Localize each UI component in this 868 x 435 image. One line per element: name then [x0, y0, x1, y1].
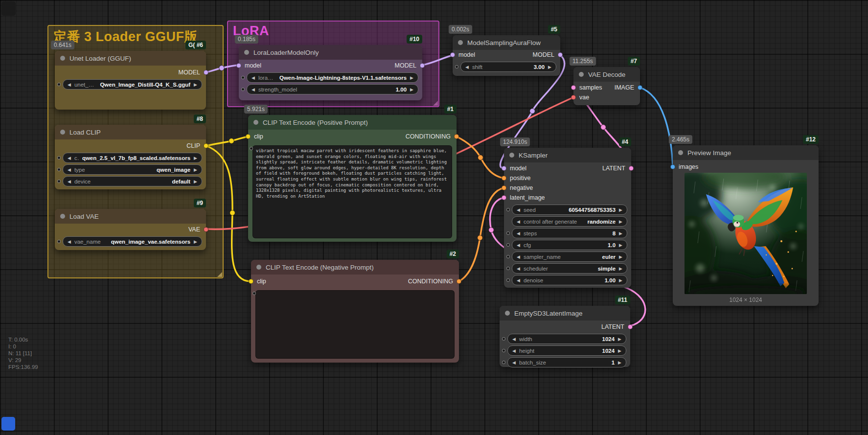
- widget-denoise[interactable]: ◀ denoise 1.00 ▶: [506, 275, 627, 285]
- widget-socket-icon[interactable]: [502, 361, 505, 364]
- widget-control-after-generate[interactable]: ◀ control after generate randomize ▶: [506, 217, 627, 226]
- widget-strength-model[interactable]: ◀ strength_model 1.00 ▶: [241, 85, 418, 94]
- right-arrow-icon[interactable]: ▶: [410, 87, 413, 92]
- widget-height[interactable]: ◀ height 1024 ▶: [502, 346, 626, 355]
- vae-input-port[interactable]: [571, 95, 576, 100]
- left-arrow-icon[interactable]: ◀: [517, 278, 520, 283]
- vae-output-port[interactable]: [204, 227, 208, 232]
- node-header[interactable]: VAE Decode: [573, 67, 640, 82]
- node-header[interactable]: EmptySD3LatentImage: [500, 306, 630, 321]
- clip-input-port[interactable]: [249, 279, 253, 284]
- widget-clip-name[interactable]: ◀ cli ... qwen_2.5_vl_7b_fp8_scaled.safe…: [57, 153, 202, 162]
- samples-input-port[interactable]: [571, 85, 576, 90]
- node-lora-loader[interactable]: 0.185s #10 LoraLoaderModelOnly model MOD…: [239, 45, 422, 100]
- collapse-dot-icon[interactable]: [60, 130, 65, 135]
- node-clip-text-encode-positive[interactable]: 5.921s #1 CLIP Text Encode (Positive Pro…: [248, 115, 457, 242]
- widget-socket-icon[interactable]: [506, 255, 510, 258]
- widget-seed[interactable]: ◀ seed 605447568753353 ▶: [506, 205, 627, 214]
- images-input-port[interactable]: [670, 164, 675, 169]
- collapse-dot-icon[interactable]: [579, 72, 584, 77]
- widget-socket-icon[interactable]: [57, 156, 61, 160]
- node-load-vae[interactable]: #9 Load VAE VAE ◀ vae_name qwen_image_va…: [55, 209, 206, 250]
- right-arrow-icon[interactable]: ▶: [618, 337, 621, 342]
- collapse-dot-icon[interactable]: [60, 56, 65, 61]
- widget-width[interactable]: ◀ width 1024 ▶: [502, 334, 626, 343]
- app-logo-button[interactable]: [1, 417, 15, 431]
- widget-socket-icon[interactable]: [57, 240, 61, 243]
- widget-type[interactable]: ◀ type qwen_image ▶: [57, 165, 202, 174]
- right-arrow-icon[interactable]: ▶: [619, 207, 622, 212]
- left-arrow-icon[interactable]: ◀: [251, 87, 255, 92]
- widget-socket-icon[interactable]: [241, 88, 245, 91]
- group-resize-handle[interactable]: [217, 272, 222, 277]
- model-output-port[interactable]: [558, 52, 563, 57]
- widget-socket-icon[interactable]: [57, 168, 61, 171]
- node-header[interactable]: KSampler: [504, 148, 631, 162]
- widget-socket-icon[interactable]: [506, 278, 510, 282]
- widget-vae-name[interactable]: ◀ vae_name qwen_image_vae.safetensors ▶: [57, 237, 202, 246]
- collapse-dot-icon[interactable]: [253, 120, 258, 125]
- widget-lora-name[interactable]: ◀ lora_ ... Qwen-Image-Lightning-8steps-…: [241, 73, 418, 82]
- node-clip-text-encode-negative[interactable]: #2 CLIP Text Encode (Negative Prompt) cl…: [251, 260, 459, 363]
- node-header[interactable]: CLIP Text Encode (Positive Prompt): [248, 115, 457, 130]
- left-arrow-icon[interactable]: ◀: [517, 219, 520, 224]
- left-arrow-icon[interactable]: ◀: [251, 75, 255, 80]
- left-arrow-icon[interactable]: ◀: [512, 360, 516, 365]
- collapse-dot-icon[interactable]: [678, 150, 683, 155]
- widget-steps[interactable]: ◀ steps 8 ▶: [506, 229, 627, 238]
- right-arrow-icon[interactable]: ▶: [194, 167, 197, 172]
- node-header[interactable]: ModelSamplingAuraFlow: [453, 35, 560, 50]
- left-arrow-icon[interactable]: ◀: [512, 348, 516, 353]
- widget-socket-icon[interactable]: [241, 76, 245, 79]
- positive-input-port[interactable]: [502, 176, 506, 181]
- node-load-clip[interactable]: #8 Load CLIP CLIP ◀ cli ... qwen_2.5_vl_…: [55, 125, 206, 189]
- node-header[interactable]: Load CLIP: [55, 125, 206, 139]
- right-arrow-icon[interactable]: ▶: [619, 231, 622, 236]
- collapse-dot-icon[interactable]: [256, 265, 261, 270]
- widget-scheduler[interactable]: ◀ scheduler simple ▶: [506, 264, 627, 273]
- left-arrow-icon[interactable]: ◀: [68, 156, 71, 160]
- clip-input-port[interactable]: [246, 134, 251, 139]
- model-input-port[interactable]: [450, 52, 455, 57]
- widget-socket-icon[interactable]: [506, 267, 510, 270]
- right-arrow-icon[interactable]: ▶: [619, 266, 622, 271]
- widget-socket-icon[interactable]: [506, 231, 510, 235]
- model-output-port[interactable]: [420, 63, 425, 68]
- widget-socket-icon[interactable]: [502, 337, 505, 341]
- right-arrow-icon[interactable]: ▶: [619, 278, 622, 283]
- text-widget-socket-icon[interactable]: [252, 292, 256, 295]
- right-arrow-icon[interactable]: ▶: [619, 219, 622, 224]
- right-arrow-icon[interactable]: ▶: [618, 348, 621, 353]
- model-input-port[interactable]: [502, 166, 506, 171]
- node-header[interactable]: Load VAE: [55, 209, 206, 224]
- left-arrow-icon[interactable]: ◀: [68, 239, 71, 244]
- collapse-dot-icon[interactable]: [60, 214, 65, 219]
- left-arrow-icon[interactable]: ◀: [68, 179, 71, 184]
- right-arrow-icon[interactable]: ▶: [194, 239, 197, 244]
- collapse-dot-icon[interactable]: [458, 40, 463, 45]
- widget-sampler-name[interactable]: ◀ sampler_name euler ▶: [506, 252, 627, 261]
- text-widget-socket-icon[interactable]: [250, 147, 253, 150]
- node-header[interactable]: Unet Loader (GGUF): [55, 51, 206, 66]
- latent-image-input-port[interactable]: [502, 195, 506, 200]
- widget-shift[interactable]: ◀ shift 3.00 ▶: [455, 62, 556, 71]
- left-arrow-icon[interactable]: ◀: [517, 254, 520, 259]
- node-ksampler[interactable]: 124.910s #4 KSampler model LATENT positi…: [504, 148, 631, 288]
- node-header[interactable]: CLIP Text Encode (Negative Prompt): [251, 260, 459, 275]
- panel-toggle-button[interactable]: [1, 1, 16, 16]
- node-header[interactable]: Preview Image: [673, 145, 819, 160]
- image-output-port[interactable]: [638, 85, 642, 90]
- prompt-textarea[interactable]: [255, 290, 455, 359]
- model-output-port[interactable]: [204, 70, 208, 75]
- group-resize-handle[interactable]: [433, 101, 438, 106]
- node-model-sampling-auraflow[interactable]: 0.002s #5 ModelSamplingAuraFlow model MO…: [453, 35, 560, 76]
- right-arrow-icon[interactable]: ▶: [619, 243, 622, 248]
- widget-socket-icon[interactable]: [502, 349, 505, 352]
- widget-unet-name[interactable]: ◀ unet_n ... Qwen_Image_Distill-Q4_K_S.g…: [57, 80, 202, 89]
- left-arrow-icon[interactable]: ◀: [68, 167, 71, 172]
- collapse-dot-icon[interactable]: [509, 153, 514, 158]
- prompt-textarea[interactable]: vibrant tropical macaw parrot with iride…: [252, 145, 452, 238]
- right-arrow-icon[interactable]: ▶: [619, 254, 622, 259]
- widget-cfg[interactable]: ◀ cfg 1.0 ▶: [506, 240, 627, 250]
- collapse-dot-icon[interactable]: [505, 311, 510, 316]
